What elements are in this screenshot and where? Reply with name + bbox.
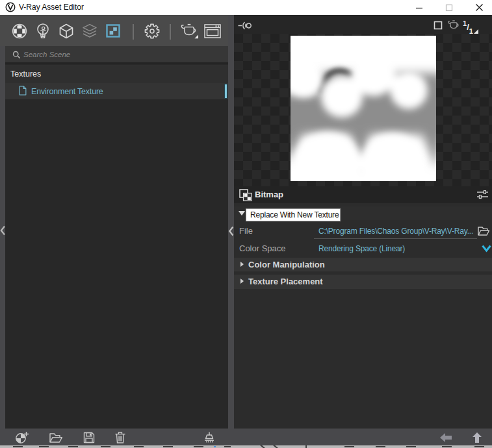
save-button[interactable] <box>81 430 97 445</box>
preview-shape-button[interactable] <box>433 20 443 31</box>
titlebar: V-Ray Asset Editor <box>0 0 492 15</box>
back-arrow-icon <box>439 432 452 443</box>
up-button[interactable] <box>469 430 486 445</box>
section-color-manipulation[interactable]: Color Manipulation <box>234 258 492 271</box>
toolbar-separator <box>170 24 171 40</box>
save-floppy-icon <box>83 432 95 443</box>
layers-icon <box>81 23 98 40</box>
materials-sphere-icon <box>11 23 28 40</box>
gear-icon <box>143 22 161 40</box>
page-current: 1 <box>463 19 467 27</box>
bitmap-icon <box>239 189 252 201</box>
collapse-left-edge-icon[interactable] <box>0 225 5 236</box>
window-title: V-Ray Asset Editor <box>19 3 84 12</box>
section-texture-placement[interactable]: Texture Placement <box>234 275 492 289</box>
file-row: File C:\Program Files\Chaos Group\V-Ray\… <box>234 223 492 239</box>
collapse-panel-icon[interactable] <box>228 226 234 236</box>
close-icon <box>475 3 484 12</box>
texture-list-item[interactable]: Environment Texture <box>5 83 228 99</box>
search-placeholder: Search Scene <box>23 51 70 58</box>
selection-indicator-bar <box>224 84 227 99</box>
settings-button[interactable] <box>143 22 161 40</box>
lights-button[interactable] <box>34 22 52 40</box>
tooltip-text: Replace With New Texture <box>250 210 339 219</box>
section-collapsed-arrow-icon <box>240 262 244 267</box>
preview-collapse-icon[interactable] <box>238 21 252 30</box>
minimize-button[interactable] <box>411 1 428 14</box>
properties-panel: 1/1 <box>234 15 492 429</box>
preview-teapot-icon <box>447 20 460 31</box>
scene-outliner-panel: Search Scene Textures Environment Textur… <box>5 46 228 429</box>
section-label: Texture Placement <box>248 277 323 286</box>
trash-icon <box>115 432 125 443</box>
render-button[interactable] <box>180 22 198 40</box>
footer-toolbar <box>0 429 492 445</box>
preview-toolbar: 1/1 <box>234 15 492 34</box>
search-input[interactable]: Search Scene <box>5 46 228 64</box>
section-collapsed-arrow-icon <box>240 279 244 284</box>
preview-plane-icon <box>433 20 443 31</box>
open-folder-icon <box>49 432 62 443</box>
purge-button[interactable] <box>201 430 218 445</box>
render-teapot-icon <box>180 23 198 40</box>
geometry-button[interactable] <box>57 22 75 40</box>
color-space-value[interactable]: Rendering Space (Linear) <box>318 244 405 253</box>
file-label: File <box>239 226 253 236</box>
preview-page-indicator[interactable]: 1/1 <box>463 20 473 34</box>
texture-item-label: Environment Texture <box>31 87 103 96</box>
delete-button[interactable] <box>112 430 129 445</box>
toolbar-separator <box>133 24 134 40</box>
textures-group-label: Textures <box>10 69 41 79</box>
section-label: Color Manipulation <box>248 260 325 269</box>
bitmap-title: Bitmap <box>255 190 283 199</box>
texture-preview-image[interactable] <box>291 36 436 181</box>
frame-buffer-icon <box>204 24 221 38</box>
color-space-row: Color Space Rendering Space (Linear) <box>234 241 492 256</box>
add-asset-button[interactable] <box>14 430 31 445</box>
file-field-underline <box>314 238 477 239</box>
bitmap-header: Bitmap <box>234 186 492 203</box>
search-icon <box>12 51 21 59</box>
add-asset-icon <box>15 431 29 444</box>
textures-active-icon <box>104 22 122 40</box>
background-window-strip <box>0 445 492 448</box>
texture-file-icon <box>18 86 27 95</box>
up-arrow-icon <box>472 432 482 443</box>
layers-button[interactable] <box>81 22 99 40</box>
textures-button[interactable] <box>104 22 122 40</box>
color-space-label: Color Space <box>239 243 286 253</box>
maximize-button[interactable] <box>441 1 458 14</box>
minimize-icon <box>415 4 423 12</box>
light-bulb-icon <box>34 22 51 40</box>
tooltip: Replace With New Texture <box>246 208 341 221</box>
broom-icon <box>203 432 216 443</box>
back-button[interactable] <box>437 430 454 445</box>
close-button[interactable] <box>471 1 487 14</box>
vray-logo-icon <box>5 2 16 12</box>
preview-options-sliders-icon[interactable] <box>477 190 488 199</box>
open-file-button[interactable] <box>47 430 64 445</box>
vray-asset-editor-window: V-Ray Asset Editor <box>0 0 492 448</box>
color-space-dropdown-chevron-icon[interactable] <box>482 245 491 253</box>
materials-button[interactable] <box>10 22 29 40</box>
frame-buffer-button[interactable] <box>203 22 222 40</box>
file-path-value[interactable]: C:\Program Files\Chaos Group\V-Ray\V-Ray… <box>318 227 473 236</box>
cube-icon <box>58 23 75 40</box>
preview-render-button[interactable] <box>447 20 460 31</box>
texture-preview-area <box>234 34 492 186</box>
maximize-icon <box>445 4 453 12</box>
main-toolbar <box>0 15 228 46</box>
textures-group-header[interactable]: Textures <box>5 65 228 83</box>
open-file-folder-icon[interactable] <box>478 226 489 236</box>
